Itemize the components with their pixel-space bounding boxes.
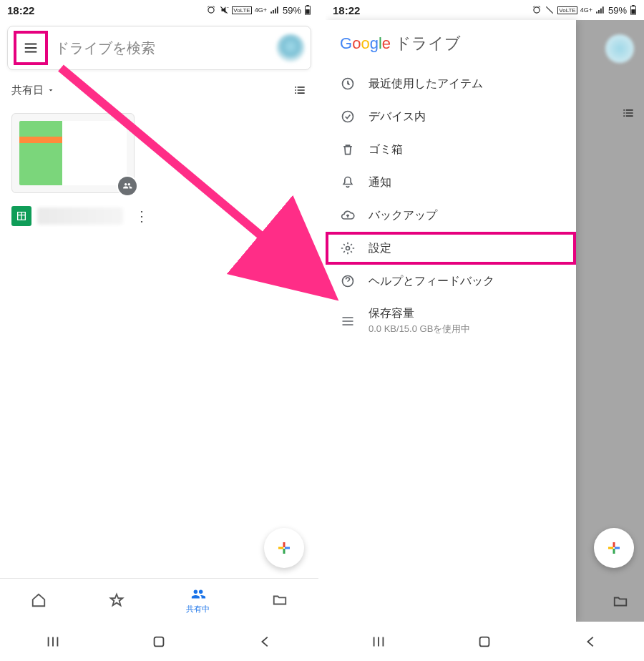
recents-icon[interactable]	[45, 634, 61, 650]
people-icon	[190, 587, 206, 602]
phone-right: 18:22 VoLTE 4G+ 59%	[326, 0, 644, 661]
sheets-icon	[11, 206, 31, 226]
plus-icon	[275, 539, 293, 557]
account-avatar[interactable]	[276, 34, 305, 62]
phone-left: 18:22 VoLTE 4G+ 59% ドライブを検索 共	[0, 0, 318, 661]
menu-help[interactable]: ヘルプとフィードバック	[326, 265, 576, 298]
drawer-title: Google ドライブ	[326, 29, 576, 67]
menu-device[interactable]: デバイス内	[326, 100, 576, 133]
status-time: 18:22	[333, 4, 360, 16]
mute-icon	[219, 5, 229, 15]
menu-trash-label: ゴミ箱	[369, 142, 403, 157]
mute-icon	[545, 5, 555, 15]
menu-backup[interactable]: バックアップ	[326, 199, 576, 232]
nav-files[interactable]	[613, 594, 628, 612]
folder-icon	[613, 594, 628, 609]
nav-shared[interactable]: 共有中	[186, 587, 210, 615]
home-nav-icon[interactable]	[151, 634, 167, 650]
android-nav	[0, 622, 318, 661]
menu-storage[interactable]: 保存容量 0.0 KB/15.0 GBを使用中	[326, 298, 576, 344]
svg-rect-8	[631, 9, 635, 14]
home-nav-icon[interactable]	[477, 634, 492, 650]
list-view-icon[interactable]	[293, 83, 307, 97]
volte-icon: VoLTE	[232, 6, 251, 14]
folder-icon	[272, 592, 288, 608]
trash-icon	[340, 142, 356, 157]
file-thumbnail[interactable]	[11, 113, 135, 193]
menu-notifications[interactable]: 通知	[326, 166, 576, 199]
svg-rect-7	[632, 5, 635, 6]
svg-point-10	[343, 112, 353, 122]
google-logo: Google	[340, 34, 391, 53]
recents-icon[interactable]	[371, 634, 386, 650]
network-type: 4G+	[255, 6, 267, 14]
file-item[interactable]: ⋮	[0, 104, 166, 235]
bottom-nav: 共有中	[0, 578, 318, 622]
menu-device-label: デバイス内	[369, 109, 426, 124]
navigation-drawer: Google ドライブ 最近使用したアイテム デバイス内 ゴミ箱	[326, 20, 576, 622]
back-icon[interactable]	[583, 634, 599, 650]
search-bar[interactable]: ドライブを検索	[7, 26, 311, 70]
chevron-down-icon	[47, 86, 55, 94]
alarm-icon	[206, 5, 216, 15]
status-right: VoLTE 4G+ 59%	[532, 5, 637, 16]
menu-backup-label: バックアップ	[369, 208, 437, 223]
menu-button[interactable]	[14, 31, 48, 65]
svg-rect-3	[306, 9, 309, 14]
shared-badge-icon	[117, 175, 138, 197]
back-icon[interactable]	[258, 634, 273, 650]
menu-settings-label: 設定	[369, 241, 391, 256]
menu-recent-label: 最近使用したアイテム	[369, 77, 483, 92]
network-type: 4G+	[580, 6, 592, 14]
nav-files[interactable]	[272, 592, 288, 608]
drawer-app-name: ドライブ	[395, 33, 461, 54]
list-view-icon[interactable]	[621, 106, 635, 120]
menu-settings[interactable]: 設定	[326, 232, 576, 265]
svg-rect-13	[480, 637, 489, 646]
nav-home[interactable]	[31, 592, 47, 608]
alarm-icon	[532, 5, 542, 15]
menu-trash[interactable]: ゴミ箱	[326, 133, 576, 166]
status-right: VoLTE 4G+ 59%	[206, 5, 311, 16]
battery-icon	[304, 5, 311, 15]
battery-percent: 59%	[608, 5, 627, 16]
storage-icon	[340, 313, 356, 329]
menu-icon	[23, 40, 39, 56]
plus-icon	[605, 539, 623, 557]
android-nav	[326, 622, 644, 661]
search-placeholder[interactable]: ドライブを検索	[48, 39, 276, 58]
sort-button[interactable]: 共有日	[11, 84, 55, 97]
volte-icon: VoLTE	[557, 6, 577, 14]
signal-icon	[595, 5, 605, 15]
fab-add-button[interactable]	[264, 528, 304, 568]
menu-help-label: ヘルプとフィードバック	[369, 274, 494, 289]
sort-row: 共有日	[0, 76, 318, 104]
status-bar: 18:22 VoLTE 4G+ 59%	[326, 0, 644, 20]
battery-icon	[630, 5, 637, 15]
home-icon	[31, 592, 47, 608]
signal-icon	[270, 5, 280, 15]
account-avatar[interactable]	[605, 34, 634, 63]
status-time: 18:22	[7, 4, 34, 16]
nav-shared-label: 共有中	[186, 604, 210, 615]
menu-storage-detail: 0.0 KB/15.0 GBを使用中	[369, 323, 470, 336]
svg-point-11	[346, 247, 350, 250]
svg-line-5	[547, 6, 553, 13]
menu-storage-label: 保存容量	[369, 306, 470, 321]
cloud-up-icon	[340, 207, 356, 223]
bell-icon	[340, 175, 356, 190]
file-more-button[interactable]: ⋮	[129, 207, 155, 225]
star-icon	[109, 592, 125, 608]
svg-rect-4	[155, 637, 164, 646]
check-circle-icon	[340, 109, 356, 124]
clock-icon	[340, 76, 356, 92]
fab-add-button[interactable]	[594, 528, 634, 568]
file-name	[37, 207, 123, 225]
nav-starred[interactable]	[109, 592, 125, 608]
svg-rect-2	[306, 5, 309, 6]
menu-recent[interactable]: 最近使用したアイテム	[326, 67, 576, 100]
menu-notifications-label: 通知	[369, 175, 391, 190]
gear-icon	[340, 240, 356, 256]
status-bar: 18:22 VoLTE 4G+ 59%	[0, 0, 318, 20]
help-icon	[340, 273, 356, 289]
